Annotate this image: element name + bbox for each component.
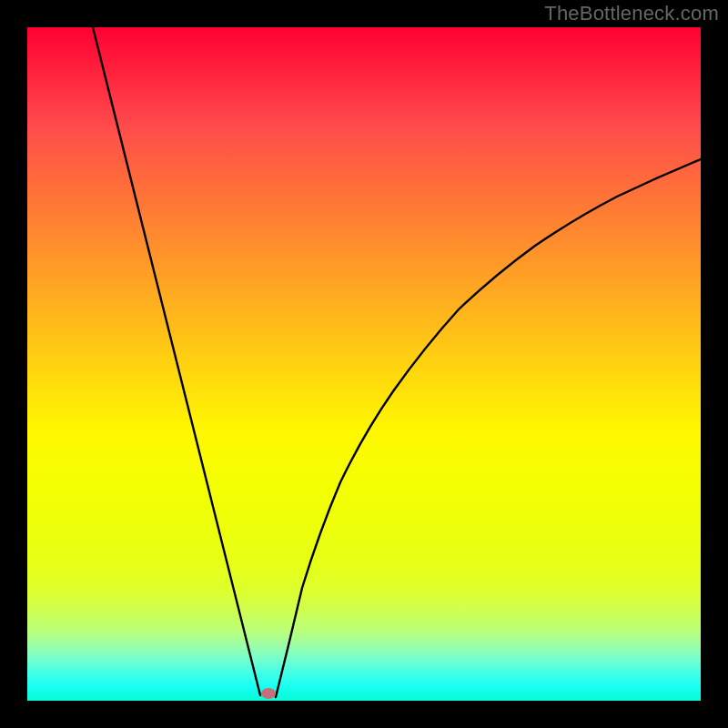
left-branch xyxy=(93,27,260,695)
curve-svg xyxy=(27,27,701,701)
minimum-marker xyxy=(261,688,276,699)
attribution-text: TheBottleneck.com xyxy=(544,2,719,25)
chart-frame: TheBottleneck.com xyxy=(0,0,728,728)
plot-area xyxy=(27,27,701,701)
right-branch xyxy=(276,159,701,697)
